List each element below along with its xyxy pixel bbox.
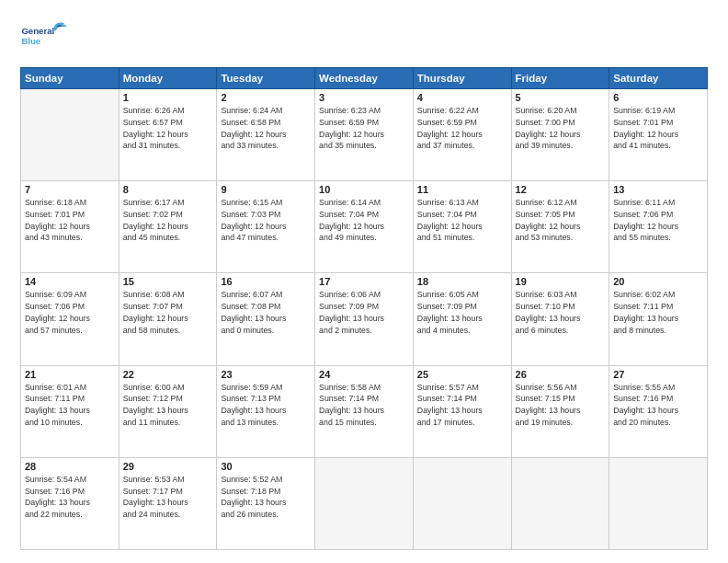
calendar-cell bbox=[609, 457, 708, 549]
svg-text:General: General bbox=[21, 26, 54, 36]
day-info: Sunrise: 6:14 AMSunset: 7:04 PMDaylight:… bbox=[319, 197, 409, 244]
day-info: Sunrise: 6:24 AMSunset: 6:58 PMDaylight:… bbox=[221, 105, 311, 152]
day-number: 1 bbox=[123, 92, 213, 103]
day-number: 8 bbox=[123, 184, 213, 195]
day-number: 24 bbox=[319, 369, 409, 380]
day-info: Sunrise: 6:02 AMSunset: 7:11 PMDaylight:… bbox=[613, 289, 703, 336]
calendar-cell: 5Sunrise: 6:20 AMSunset: 7:00 PMDaylight… bbox=[511, 89, 609, 181]
day-info: Sunrise: 6:00 AMSunset: 7:12 PMDaylight:… bbox=[123, 382, 213, 429]
calendar-cell: 25Sunrise: 5:57 AMSunset: 7:14 PMDayligh… bbox=[413, 365, 511, 457]
day-info: Sunrise: 6:07 AMSunset: 7:08 PMDaylight:… bbox=[221, 289, 311, 336]
day-info: Sunrise: 5:54 AMSunset: 7:16 PMDaylight:… bbox=[25, 474, 115, 521]
weekday-header-sunday: Sunday bbox=[21, 68, 119, 89]
day-info: Sunrise: 6:26 AMSunset: 6:57 PMDaylight:… bbox=[123, 105, 213, 152]
day-info: Sunrise: 6:19 AMSunset: 7:01 PMDaylight:… bbox=[613, 105, 703, 152]
calendar-cell: 29Sunrise: 5:53 AMSunset: 7:17 PMDayligh… bbox=[119, 457, 217, 549]
day-number: 9 bbox=[221, 184, 311, 195]
weekday-header-friday: Friday bbox=[511, 68, 609, 89]
calendar-cell: 9Sunrise: 6:15 AMSunset: 7:03 PMDaylight… bbox=[217, 181, 315, 273]
calendar-cell: 28Sunrise: 5:54 AMSunset: 7:16 PMDayligh… bbox=[21, 457, 119, 549]
day-info: Sunrise: 6:20 AMSunset: 7:00 PMDaylight:… bbox=[516, 105, 606, 152]
calendar-cell: 22Sunrise: 6:00 AMSunset: 7:12 PMDayligh… bbox=[119, 365, 217, 457]
day-number: 25 bbox=[417, 369, 507, 380]
calendar-body: 1Sunrise: 6:26 AMSunset: 6:57 PMDaylight… bbox=[21, 89, 708, 550]
day-info: Sunrise: 5:56 AMSunset: 7:15 PMDaylight:… bbox=[516, 382, 606, 429]
day-number: 14 bbox=[25, 276, 115, 287]
svg-text:Blue: Blue bbox=[21, 36, 40, 46]
calendar-cell bbox=[21, 89, 119, 181]
calendar-cell: 23Sunrise: 5:59 AMSunset: 7:13 PMDayligh… bbox=[217, 365, 315, 457]
day-number: 12 bbox=[516, 184, 606, 195]
calendar-cell: 6Sunrise: 6:19 AMSunset: 7:01 PMDaylight… bbox=[609, 89, 708, 181]
day-info: Sunrise: 6:22 AMSunset: 6:59 PMDaylight:… bbox=[417, 105, 507, 152]
day-number: 13 bbox=[613, 184, 703, 195]
day-info: Sunrise: 6:01 AMSunset: 7:11 PMDaylight:… bbox=[25, 382, 115, 429]
calendar-cell: 11Sunrise: 6:13 AMSunset: 7:04 PMDayligh… bbox=[413, 181, 511, 273]
calendar-week-4: 28Sunrise: 5:54 AMSunset: 7:16 PMDayligh… bbox=[21, 457, 708, 549]
calendar-cell: 18Sunrise: 6:05 AMSunset: 7:09 PMDayligh… bbox=[413, 273, 511, 365]
day-number: 28 bbox=[25, 461, 115, 472]
calendar-cell: 10Sunrise: 6:14 AMSunset: 7:04 PMDayligh… bbox=[315, 181, 414, 273]
calendar-cell: 14Sunrise: 6:09 AMSunset: 7:06 PMDayligh… bbox=[21, 273, 119, 365]
day-info: Sunrise: 6:15 AMSunset: 7:03 PMDaylight:… bbox=[221, 197, 311, 244]
calendar-cell bbox=[315, 457, 414, 549]
calendar-cell: 3Sunrise: 6:23 AMSunset: 6:59 PMDaylight… bbox=[315, 89, 414, 181]
calendar-cell: 15Sunrise: 6:08 AMSunset: 7:07 PMDayligh… bbox=[119, 273, 217, 365]
calendar-cell: 30Sunrise: 5:52 AMSunset: 7:18 PMDayligh… bbox=[217, 457, 315, 549]
day-number: 19 bbox=[516, 276, 606, 287]
calendar-cell: 1Sunrise: 6:26 AMSunset: 6:57 PMDaylight… bbox=[119, 89, 217, 181]
calendar-cell: 21Sunrise: 6:01 AMSunset: 7:11 PMDayligh… bbox=[21, 365, 119, 457]
calendar-cell: 4Sunrise: 6:22 AMSunset: 6:59 PMDaylight… bbox=[413, 89, 511, 181]
day-number: 6 bbox=[613, 92, 703, 103]
logo: General Blue bbox=[20, 17, 71, 58]
day-number: 26 bbox=[516, 369, 606, 380]
weekday-header-saturday: Saturday bbox=[609, 68, 708, 89]
day-number: 4 bbox=[417, 92, 507, 103]
calendar-cell: 8Sunrise: 6:17 AMSunset: 7:02 PMDaylight… bbox=[119, 181, 217, 273]
calendar-header: SundayMondayTuesdayWednesdayThursdayFrid… bbox=[21, 68, 708, 89]
weekday-header-row: SundayMondayTuesdayWednesdayThursdayFrid… bbox=[21, 68, 708, 89]
day-number: 22 bbox=[123, 369, 213, 380]
day-number: 20 bbox=[613, 276, 703, 287]
page: General Blue SundayMondayTuesdayWednesda… bbox=[0, 0, 728, 563]
day-info: Sunrise: 6:08 AMSunset: 7:07 PMDaylight:… bbox=[123, 289, 213, 336]
calendar-week-3: 21Sunrise: 6:01 AMSunset: 7:11 PMDayligh… bbox=[21, 365, 708, 457]
day-number: 30 bbox=[221, 461, 311, 472]
day-number: 2 bbox=[221, 92, 311, 103]
day-number: 27 bbox=[613, 369, 703, 380]
header: General Blue bbox=[20, 17, 708, 58]
day-info: Sunrise: 6:09 AMSunset: 7:06 PMDaylight:… bbox=[25, 289, 115, 336]
day-info: Sunrise: 6:13 AMSunset: 7:04 PMDaylight:… bbox=[417, 197, 507, 244]
day-info: Sunrise: 5:53 AMSunset: 7:17 PMDaylight:… bbox=[123, 474, 213, 521]
calendar-cell bbox=[511, 457, 609, 549]
calendar-cell: 20Sunrise: 6:02 AMSunset: 7:11 PMDayligh… bbox=[609, 273, 708, 365]
day-number: 15 bbox=[123, 276, 213, 287]
weekday-header-wednesday: Wednesday bbox=[315, 68, 414, 89]
day-info: Sunrise: 6:23 AMSunset: 6:59 PMDaylight:… bbox=[319, 105, 409, 152]
day-number: 3 bbox=[319, 92, 409, 103]
day-number: 7 bbox=[25, 184, 115, 195]
day-info: Sunrise: 6:18 AMSunset: 7:01 PMDaylight:… bbox=[25, 197, 115, 244]
calendar-cell: 24Sunrise: 5:58 AMSunset: 7:14 PMDayligh… bbox=[315, 365, 414, 457]
day-number: 18 bbox=[417, 276, 507, 287]
day-info: Sunrise: 6:06 AMSunset: 7:09 PMDaylight:… bbox=[319, 289, 409, 336]
calendar: SundayMondayTuesdayWednesdayThursdayFrid… bbox=[20, 67, 708, 550]
calendar-cell: 17Sunrise: 6:06 AMSunset: 7:09 PMDayligh… bbox=[315, 273, 414, 365]
day-info: Sunrise: 6:05 AMSunset: 7:09 PMDaylight:… bbox=[417, 289, 507, 336]
logo-image: General Blue bbox=[20, 17, 71, 58]
calendar-cell bbox=[413, 457, 511, 549]
weekday-header-tuesday: Tuesday bbox=[217, 68, 315, 89]
day-info: Sunrise: 5:58 AMSunset: 7:14 PMDaylight:… bbox=[319, 382, 409, 429]
day-info: Sunrise: 6:12 AMSunset: 7:05 PMDaylight:… bbox=[516, 197, 606, 244]
calendar-week-2: 14Sunrise: 6:09 AMSunset: 7:06 PMDayligh… bbox=[21, 273, 708, 365]
day-info: Sunrise: 6:03 AMSunset: 7:10 PMDaylight:… bbox=[516, 289, 606, 336]
calendar-cell: 26Sunrise: 5:56 AMSunset: 7:15 PMDayligh… bbox=[511, 365, 609, 457]
day-info: Sunrise: 6:17 AMSunset: 7:02 PMDaylight:… bbox=[123, 197, 213, 244]
day-info: Sunrise: 5:55 AMSunset: 7:16 PMDaylight:… bbox=[613, 382, 703, 429]
calendar-cell: 16Sunrise: 6:07 AMSunset: 7:08 PMDayligh… bbox=[217, 273, 315, 365]
day-number: 16 bbox=[221, 276, 311, 287]
calendar-cell: 7Sunrise: 6:18 AMSunset: 7:01 PMDaylight… bbox=[21, 181, 119, 273]
day-number: 11 bbox=[417, 184, 507, 195]
weekday-header-thursday: Thursday bbox=[413, 68, 511, 89]
day-number: 21 bbox=[25, 369, 115, 380]
